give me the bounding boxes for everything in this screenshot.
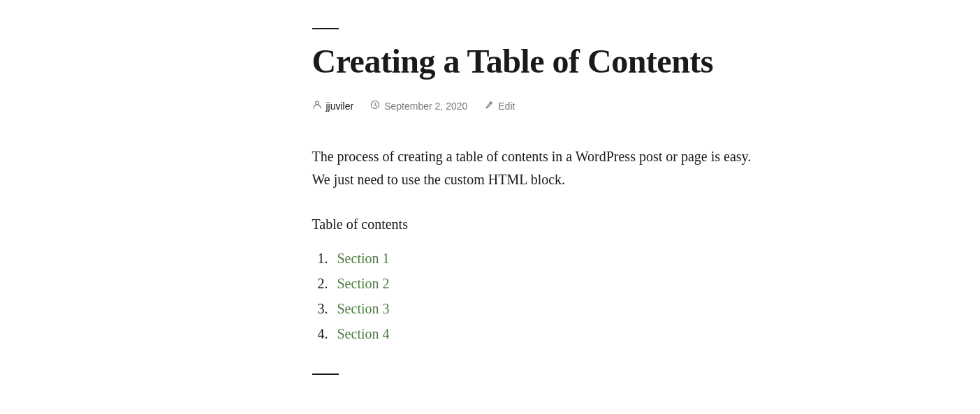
post-body-text: The process of creating a table of conte… (312, 145, 763, 191)
clock-icon (370, 100, 380, 112)
pencil-icon (484, 100, 494, 112)
toc-number-2: 2. (318, 272, 335, 295)
list-item: 2. Section 2 (318, 272, 763, 295)
list-item: 1. Section 1 (318, 246, 763, 270)
list-item: 3. Section 3 (318, 297, 763, 320)
toc-link-1[interactable]: Section 1 (337, 246, 390, 270)
meta-date-item: September 2, 2020 (370, 100, 467, 112)
svg-point-0 (315, 101, 319, 105)
toc-link-3[interactable]: Section 3 (337, 297, 390, 320)
svg-line-4 (490, 103, 491, 104)
page-container: Creating a Table of Contents jjuviler Se… (176, 0, 805, 414)
toc-heading: Table of contents (312, 216, 763, 232)
edit-link[interactable]: Edit (498, 101, 515, 112)
toc-number-4: 4. (318, 322, 335, 346)
meta-edit-item[interactable]: Edit (484, 100, 515, 112)
top-divider (312, 28, 339, 29)
toc-list: 1. Section 1 2. Section 2 3. Section 3 4… (318, 246, 763, 346)
author-name: jjuviler (326, 101, 354, 112)
bottom-divider (312, 374, 339, 375)
toc-number-1: 1. (318, 246, 335, 270)
post-date: September 2, 2020 (384, 101, 467, 112)
post-title: Creating a Table of Contents (312, 42, 763, 80)
svg-line-3 (375, 105, 377, 107)
post-meta: jjuviler September 2, 2020 Edit (312, 100, 763, 112)
toc-link-4[interactable]: Section 4 (337, 322, 390, 346)
toc-link-2[interactable]: Section 2 (337, 272, 390, 295)
toc-number-3: 3. (318, 297, 335, 320)
person-icon (312, 100, 322, 112)
meta-author-item: jjuviler (312, 100, 354, 112)
list-item: 4. Section 4 (318, 322, 763, 346)
